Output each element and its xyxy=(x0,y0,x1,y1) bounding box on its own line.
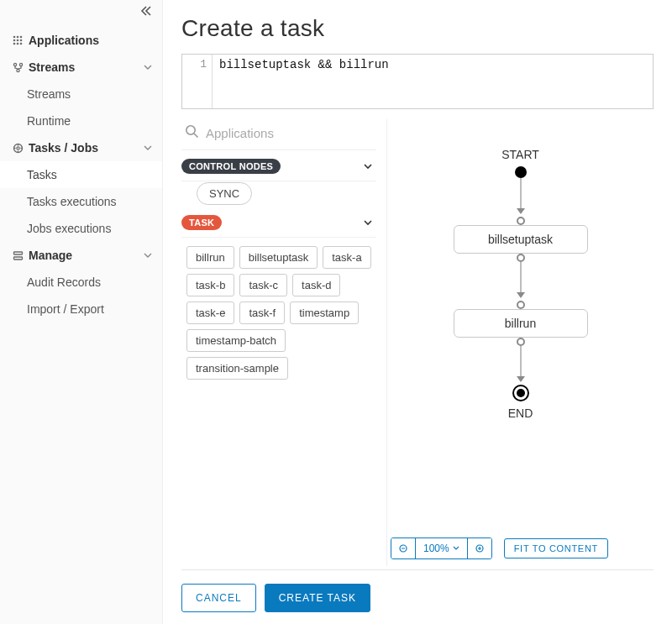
flow-node-billsetuptask[interactable]: billsetuptask xyxy=(454,225,588,254)
nav-label: Runtime xyxy=(27,114,71,128)
svg-line-17 xyxy=(194,134,198,138)
nav-label: Tasks xyxy=(27,168,57,181)
nav-audit-records[interactable]: Audit Records xyxy=(0,269,162,296)
cancel-button[interactable]: CANCEL xyxy=(181,584,256,612)
zoom-control: 100% xyxy=(391,537,492,559)
node-task-f[interactable]: task-f xyxy=(239,302,285,324)
create-task-button[interactable]: CREATE TASK xyxy=(265,584,370,612)
plus-icon xyxy=(475,544,484,553)
search-icon xyxy=(185,124,199,141)
dsl-editor[interactable]: 1 billsetuptask && billrun xyxy=(181,54,654,109)
svg-point-8 xyxy=(20,43,23,45)
control-nodes-pill: CONTROL NODES xyxy=(181,159,281,174)
svg-point-3 xyxy=(13,39,16,42)
flow-start-node[interactable] xyxy=(515,166,527,178)
flow-port[interactable] xyxy=(517,254,525,262)
nav-tasks-executions[interactable]: Tasks executions xyxy=(0,188,162,215)
node-task-c[interactable]: task-c xyxy=(239,274,287,296)
palette-search xyxy=(181,119,376,150)
flow-edge xyxy=(520,178,522,210)
node-task-e[interactable]: task-e xyxy=(186,302,234,324)
nav-label: Jobs executions xyxy=(27,222,111,235)
nav-jobs-executions[interactable]: Jobs executions xyxy=(0,215,162,242)
svg-point-16 xyxy=(186,126,195,134)
editor-gutter: 1 xyxy=(182,55,213,108)
zoom-in-button[interactable] xyxy=(468,538,491,558)
tasks-icon xyxy=(10,143,25,154)
builder: CONTROL NODES SYNC TASK billrunbillsetup… xyxy=(181,119,654,566)
flow-edge xyxy=(520,262,522,294)
footer-actions: CANCEL CREATE TASK xyxy=(181,580,654,612)
nav-label: Tasks / Jobs xyxy=(29,141,98,155)
page-title: Create a task xyxy=(181,15,654,42)
main: Create a task 1 billsetuptask && billrun… xyxy=(163,0,672,624)
nav-tasks-jobs[interactable]: Tasks / Jobs xyxy=(0,134,162,161)
svg-point-9 xyxy=(13,63,16,66)
flow-node-label: billsetuptask xyxy=(488,233,553,246)
node-billsetuptask[interactable]: billsetuptask xyxy=(239,246,318,269)
nav-label: Manage xyxy=(29,249,72,262)
svg-point-11 xyxy=(16,69,18,71)
sidebar-top xyxy=(0,0,162,27)
svg-point-1 xyxy=(17,36,19,39)
svg-point-5 xyxy=(20,39,23,42)
nav-manage[interactable]: Manage xyxy=(0,242,162,269)
svg-rect-15 xyxy=(13,257,22,260)
svg-point-7 xyxy=(17,43,19,45)
group-control-nodes[interactable]: CONTROL NODES xyxy=(181,150,376,181)
nav-tasks[interactable]: Tasks xyxy=(0,161,162,188)
nav-streams-streams[interactable]: Streams xyxy=(0,81,162,107)
zoom-out-button[interactable] xyxy=(391,538,416,558)
editor-code[interactable]: billsetuptask && billrun xyxy=(213,55,653,108)
nav-import-export[interactable]: Import / Export xyxy=(0,296,162,322)
palette-search-input[interactable] xyxy=(206,126,373,140)
node-sync[interactable]: SYNC xyxy=(197,182,252,205)
flow-port[interactable] xyxy=(517,301,525,309)
svg-point-13 xyxy=(16,146,18,149)
minus-icon xyxy=(399,544,407,553)
collapse-sidebar-icon[interactable] xyxy=(139,5,154,18)
chevron-down-icon xyxy=(144,144,152,152)
nav-streams[interactable]: Streams xyxy=(0,54,162,81)
zoom-level: 100% xyxy=(423,543,449,554)
node-task-d[interactable]: task-d xyxy=(292,274,340,296)
canvas-wrap: START billsetuptask billrun END xyxy=(386,119,654,566)
svg-point-2 xyxy=(20,36,23,39)
arrow-icon xyxy=(517,292,525,298)
node-transition-sample[interactable]: transition-sample xyxy=(186,357,288,380)
node-timestamp-batch[interactable]: timestamp-batch xyxy=(186,329,286,352)
node-billrun[interactable]: billrun xyxy=(186,246,234,269)
svg-rect-14 xyxy=(13,252,22,254)
grid-icon xyxy=(10,35,25,45)
svg-point-10 xyxy=(19,63,22,66)
svg-point-4 xyxy=(17,39,19,42)
flow-end-node[interactable] xyxy=(512,385,529,401)
svg-point-0 xyxy=(13,36,16,39)
nav-applications[interactable]: Applications xyxy=(0,27,162,54)
flow-canvas[interactable]: START billsetuptask billrun END xyxy=(387,119,654,531)
palette: CONTROL NODES SYNC TASK billrunbillsetup… xyxy=(181,119,386,566)
sidebar: Applications Streams Streams Runtime Tas… xyxy=(0,0,163,624)
line-number: 1 xyxy=(200,58,207,71)
nav-streams-runtime[interactable]: Runtime xyxy=(0,107,162,134)
flow-end-label: END xyxy=(508,406,533,420)
node-timestamp[interactable]: timestamp xyxy=(290,302,359,324)
node-task-a[interactable]: task-a xyxy=(323,246,370,269)
flow-port[interactable] xyxy=(517,338,525,346)
zoom-level-button[interactable]: 100% xyxy=(416,538,468,558)
task-pill: TASK xyxy=(181,215,222,230)
manage-icon xyxy=(10,250,25,261)
flow-node-billrun[interactable]: billrun xyxy=(454,309,588,338)
chevron-down-icon xyxy=(363,161,373,171)
chevron-down-icon xyxy=(453,545,459,552)
flow-port[interactable] xyxy=(517,217,525,225)
flow-edge xyxy=(520,346,522,378)
fit-to-content-button[interactable]: FIT TO CONTENT xyxy=(504,538,608,558)
node-task-b[interactable]: task-b xyxy=(186,274,234,296)
svg-point-6 xyxy=(13,43,16,45)
streams-icon xyxy=(10,62,25,73)
task-node-grid: billrunbillsetuptasktask-atask-btask-cta… xyxy=(181,238,376,383)
chevron-down-icon xyxy=(144,251,152,260)
flow-start-label: START xyxy=(501,148,539,161)
group-task[interactable]: TASK xyxy=(181,207,376,238)
